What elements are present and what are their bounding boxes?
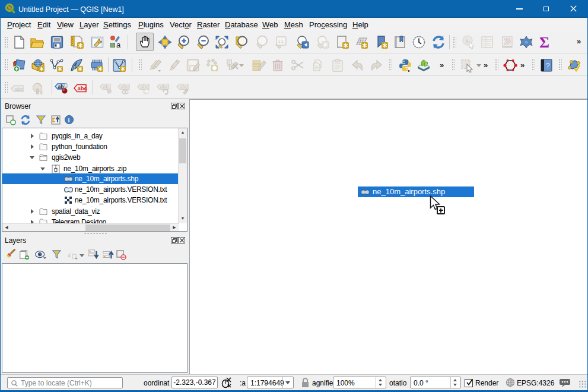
svg-text:i: i	[466, 37, 468, 44]
svg-text:abc: abc	[15, 86, 24, 92]
svg-text:abc: abc	[180, 84, 188, 90]
svg-text:a: a	[116, 40, 121, 49]
svg-text:?: ?	[546, 61, 550, 70]
svg-text:ε: ε	[68, 251, 71, 259]
svg-text:i: i	[68, 117, 70, 124]
svg-text:abc: abc	[160, 84, 169, 90]
svg-text:ab: ab	[58, 84, 64, 90]
svg-text:abc: abc	[121, 84, 129, 90]
svg-text:1:1: 1:1	[278, 39, 284, 43]
svg-text:ab: ab	[103, 84, 109, 90]
svg-text:abc: abc	[141, 84, 149, 90]
svg-text:abc: abc	[78, 85, 87, 91]
